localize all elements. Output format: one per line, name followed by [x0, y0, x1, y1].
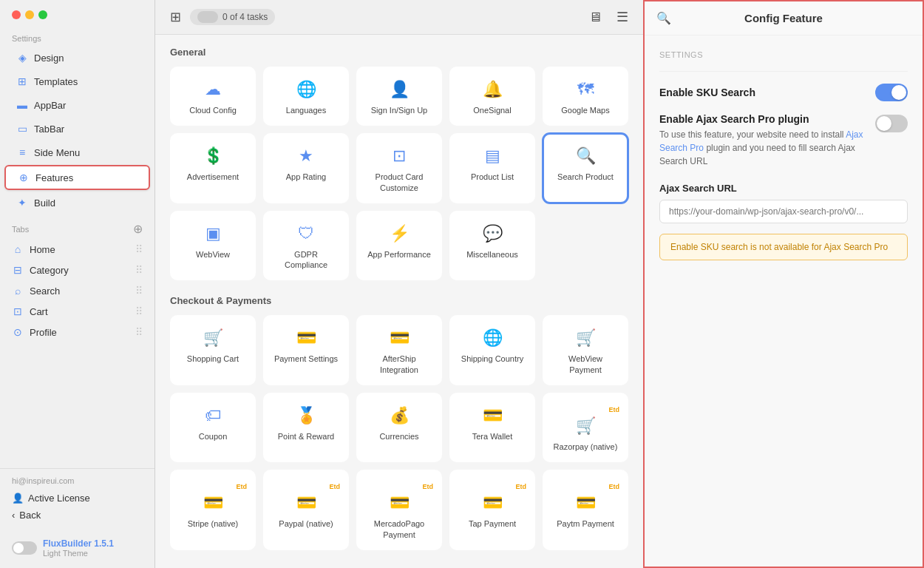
payment-settings-label: Payment Settings [274, 354, 338, 364]
feature-product-card[interactable]: ⊡ Product Card Customize [356, 133, 442, 203]
paypal-etd: Etd [330, 483, 341, 490]
tab-profile[interactable]: ⊙ Profile ⠿ [0, 322, 154, 342]
onesignal-label: OneSignal [473, 105, 511, 115]
signin-icon: 👤 [390, 80, 410, 99]
feature-webview-payment[interactable]: 🛒 WebView Payment [543, 315, 628, 385]
feature-webview[interactable]: ▣ WebView [170, 211, 256, 281]
webview-payment-label: WebView Payment [551, 354, 619, 375]
main-toolbar: ⊞ 0 of 4 tasks 🖥 ☰ [155, 0, 643, 35]
feature-paytm[interactable]: Etd 💳 Paytm Payment [543, 470, 628, 550]
feature-app-performance[interactable]: ⚡ App Performance [356, 211, 442, 281]
webview-icon: ▣ [205, 224, 221, 243]
product-card-icon: ⊡ [393, 146, 406, 166]
feature-tera-wallet[interactable]: 💳 Tera Wallet [449, 393, 535, 462]
feature-google-maps[interactable]: 🗺 Google Maps [543, 67, 628, 126]
cart-drag-handle[interactable]: ⠿ [135, 305, 143, 317]
sidebar-bottom: hi@inspireui.com 👤 Active License ‹ Back [0, 468, 154, 531]
back-button[interactable]: ‹ Back [12, 507, 143, 524]
feature-tap-payment[interactable]: Etd 💳 Tap Payment [449, 470, 535, 550]
ajax-search-block: Enable Ajax Search Pro plugin To use thi… [659, 113, 908, 168]
feature-razorpay[interactable]: Etd 🛒 Razorpay (native) [543, 393, 628, 462]
webview-label: WebView [196, 249, 230, 260]
active-license[interactable]: 👤 Active License [12, 490, 143, 507]
home-drag-handle[interactable]: ⠿ [135, 243, 143, 255]
back-icon: ‹ [12, 510, 15, 521]
task-toggle[interactable]: 0 of 4 tasks [190, 9, 275, 25]
feature-coupon[interactable]: 🏷 Coupon [170, 393, 256, 462]
close-button[interactable] [12, 10, 21, 19]
sidebar-item-design[interactable]: ◈ Design [4, 47, 150, 69]
feature-search-product[interactable]: 🔍 Search Product [543, 133, 628, 203]
razorpay-label: Razorpay (native) [554, 442, 618, 452]
enable-sku-knob [891, 85, 906, 100]
tab-search[interactable]: ⌕ Search ⠿ [0, 280, 154, 301]
languages-icon: 🌐 [296, 80, 316, 99]
tabbar-icon: ▭ [16, 123, 28, 135]
tab-category[interactable]: ⊟ Category ⠿ [0, 260, 154, 280]
minimize-button[interactable] [25, 10, 34, 19]
sidebar-item-tabbar[interactable]: ▭ TabBar [4, 118, 150, 140]
signin-label: Sign In/Sign Up [371, 105, 427, 115]
feature-stripe[interactable]: Etd 💳 Stripe (native) [170, 470, 256, 550]
feature-paypal[interactable]: Etd 💳 Paypal (native) [263, 470, 349, 550]
sidebar-item-templates[interactable]: ⊞ Templates [4, 70, 150, 92]
theme-toggle-switch[interactable] [12, 541, 37, 555]
stripe-etd: Etd [237, 483, 248, 490]
sidebar-item-sidemenu[interactable]: ≡ Side Menu [4, 141, 150, 163]
sidebar-item-build[interactable]: ✦ Build [4, 192, 150, 214]
mercadopago-label: MercadoPago Payment [365, 518, 433, 540]
stripe-icon: 💳 [203, 493, 223, 513]
feature-cloud-config[interactable]: ☁ Cloud Config [170, 67, 256, 126]
payment-settings-icon: 💳 [296, 328, 316, 348]
aftership-icon: 💳 [390, 328, 410, 348]
gdpr-icon: 🛡 [298, 224, 314, 243]
feature-mercadopago[interactable]: Etd 💳 MercadoPago Payment [356, 470, 442, 550]
feature-app-rating[interactable]: ★ App Rating [263, 133, 349, 203]
tab-cart[interactable]: ⊡ Cart ⠿ [0, 301, 154, 322]
monitor-icon[interactable]: 🖥 [588, 10, 602, 25]
category-drag-handle[interactable]: ⠿ [135, 264, 143, 276]
app-rating-label: App Rating [286, 172, 326, 182]
feature-signin[interactable]: 👤 Sign In/Sign Up [356, 67, 442, 126]
feature-languages[interactable]: 🌐 Languages [263, 67, 349, 126]
list-icon[interactable]: ☰ [616, 9, 628, 25]
right-panel-header: 🔍 Config Feature [645, 1, 923, 36]
add-tab-button[interactable]: ⊕ [133, 222, 143, 236]
cloud-config-icon: ☁ [205, 80, 221, 99]
theme-toggle-section: FluxBuilder 1.5.1 Light Theme [0, 531, 154, 568]
feature-payment-settings[interactable]: 💳 Payment Settings [263, 315, 349, 385]
search-drag-handle[interactable]: ⠿ [135, 285, 143, 297]
tab-home[interactable]: ⌂ Home ⠿ [0, 239, 154, 260]
languages-label: Languages [286, 105, 326, 115]
feature-product-list[interactable]: ▤ Product List [449, 133, 535, 203]
maximize-button[interactable] [38, 10, 47, 19]
feature-shopping-cart[interactable]: 🛒 Shopping Cart [170, 315, 256, 385]
feature-point-reward[interactable]: 🏅 Point & Reward [263, 393, 349, 462]
sidebar-item-appbar[interactable]: ▬ AppBar [4, 94, 150, 116]
grid-view-icon[interactable]: ⊞ [170, 9, 181, 25]
webview-payment-icon: 🛒 [576, 328, 596, 348]
currencies-icon: 💰 [390, 406, 410, 425]
currencies-label: Currencies [379, 431, 418, 442]
feature-gdpr[interactable]: 🛡 GDPR Compliance [263, 211, 349, 281]
main-scroll-area: General ☁ Cloud Config 🌐 Languages 👤 Sig… [155, 35, 643, 568]
feature-shipping-country[interactable]: 🌐 Shipping Country [449, 315, 535, 385]
sidebar-item-features[interactable]: ⊕ Features [4, 165, 150, 190]
general-features-grid: ☁ Cloud Config 🌐 Languages 👤 Sign In/Sig… [170, 67, 628, 280]
feature-currencies[interactable]: 💰 Currencies [356, 393, 442, 462]
paytm-label: Paytm Payment [557, 518, 614, 529]
sidebar: Settings ◈ Design ⊞ Templates ▬ AppBar ▭… [0, 0, 155, 568]
shopping-cart-icon: 🛒 [203, 328, 223, 348]
search-icon: ⌕ [12, 285, 24, 297]
feature-miscellaneous[interactable]: 💬 Miscellaneous [449, 211, 535, 281]
miscellaneous-icon: 💬 [483, 224, 503, 243]
profile-drag-handle[interactable]: ⠿ [135, 326, 143, 338]
tera-wallet-label: Tera Wallet [472, 431, 513, 442]
feature-aftership[interactable]: 💳 AfterShip Integration [356, 315, 442, 385]
ajax-plugin-toggle[interactable] [875, 115, 908, 132]
right-panel-body: SETTINGS Enable SKU Search Enable Ajax S… [645, 36, 923, 567]
enable-sku-toggle[interactable] [875, 84, 908, 101]
feature-advertisement[interactable]: 💲 Advertisement [170, 133, 256, 203]
ajax-url-input[interactable] [659, 200, 908, 223]
feature-onesignal[interactable]: 🔔 OneSignal [449, 67, 535, 126]
